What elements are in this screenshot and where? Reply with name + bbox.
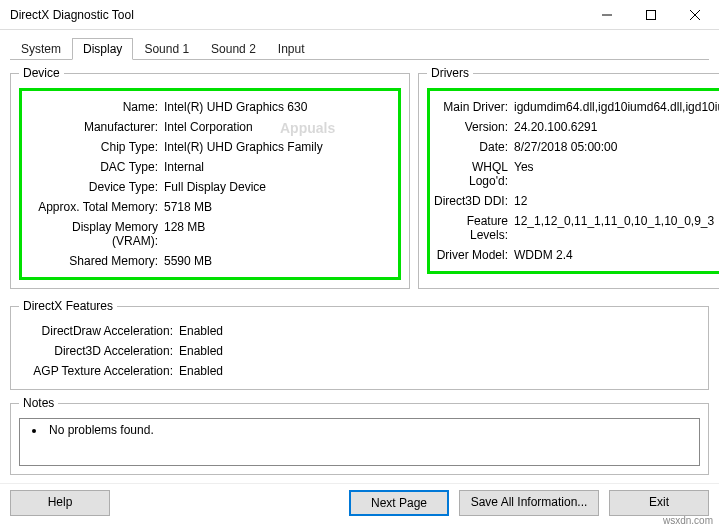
dx-agp-label: AGP Texture Acceleration: [19,364,179,378]
device-type-label: Device Type: [24,180,164,194]
device-dac-value: Internal [164,160,396,174]
device-name-label: Name: [24,100,164,114]
minimize-button[interactable] [585,1,629,29]
drivers-ver-label: Version: [432,120,514,134]
device-type-value: Full Display Device [164,180,396,194]
device-shared-label: Shared Memory: [24,254,164,268]
svg-rect-0 [647,10,656,19]
title-bar: DirectX Diagnostic Tool [0,0,719,30]
device-chip-value: Intel(R) UHD Graphics Family [164,140,396,154]
notes-legend: Notes [19,396,58,410]
drivers-main-label: Main Driver: [432,100,514,114]
device-shared-value: 5590 MB [164,254,396,268]
next-page-button[interactable]: Next Page [349,490,449,516]
device-total-label: Approx. Total Memory: [24,200,164,214]
dx-features-legend: DirectX Features [19,299,117,313]
watermark: Appuals [280,120,335,136]
drivers-date-value: 8/27/2018 05:00:00 [514,140,719,154]
tab-sound-1[interactable]: Sound 1 [133,38,200,60]
drivers-ver-value: 24.20.100.6291 [514,120,719,134]
window-title: DirectX Diagnostic Tool [10,8,585,22]
dx-dd-value: Enabled [179,324,700,338]
maximize-button[interactable] [629,1,673,29]
device-dac-label: DAC Type: [24,160,164,174]
device-total-value: 5718 MB [164,200,396,214]
device-group: Device Name:Intel(R) UHD Graphics 630 Ma… [10,66,410,289]
drivers-legend: Drivers [427,66,473,80]
drivers-whql-label: WHQL Logo'd: [432,160,514,188]
dx-d3d-label: Direct3D Acceleration: [19,344,179,358]
drivers-whql-value: Yes [514,160,719,188]
dx-agp-value: Enabled [179,364,700,378]
drivers-highlight: Main Driver:igdumdim64.dll,igd10iumd64.d… [427,88,719,274]
dx-d3d-value: Enabled [179,344,700,358]
tab-display[interactable]: Display [72,38,133,60]
drivers-feat-value: 12_1,12_0,11_1,11_0,10_1,10_0,9_3 [514,214,719,242]
dx-features-group: DirectX Features DirectDraw Acceleration… [10,299,709,390]
tab-sound-2[interactable]: Sound 2 [200,38,267,60]
footer-watermark: wsxdn.com [663,515,713,526]
button-bar: Help Next Page Save All Information... E… [0,483,719,522]
close-button[interactable] [673,1,717,29]
drivers-date-label: Date: [432,140,514,154]
device-highlight: Name:Intel(R) UHD Graphics 630 Manufactu… [19,88,401,280]
drivers-model-value: WDDM 2.4 [514,248,719,262]
drivers-ddi-value: 12 [514,194,719,208]
notes-item: No problems found. [32,423,693,437]
device-vram-label: Display Memory (VRAM): [24,220,164,248]
dx-dd-label: DirectDraw Acceleration: [19,324,179,338]
device-mfr-label: Manufacturer: [24,120,164,134]
device-vram-value: 128 MB [164,220,396,248]
exit-button[interactable]: Exit [609,490,709,516]
notes-textarea[interactable]: No problems found. [19,418,700,466]
drivers-feat-label: Feature Levels: [432,214,514,242]
drivers-ddi-label: Direct3D DDI: [432,194,514,208]
tabs: System Display Sound 1 Sound 2 Input [10,38,709,60]
device-legend: Device [19,66,64,80]
save-all-button[interactable]: Save All Information... [459,490,599,516]
tab-system[interactable]: System [10,38,72,60]
help-button[interactable]: Help [10,490,110,516]
tab-input[interactable]: Input [267,38,316,60]
device-chip-label: Chip Type: [24,140,164,154]
drivers-main-value: igdumdim64.dll,igd10iumd64.dll,igd10iu [514,100,719,114]
drivers-group: Drivers Main Driver:igdumdim64.dll,igd10… [418,66,719,289]
notes-group: Notes No problems found. [10,396,709,475]
drivers-model-label: Driver Model: [432,248,514,262]
device-name-value: Intel(R) UHD Graphics 630 [164,100,396,114]
